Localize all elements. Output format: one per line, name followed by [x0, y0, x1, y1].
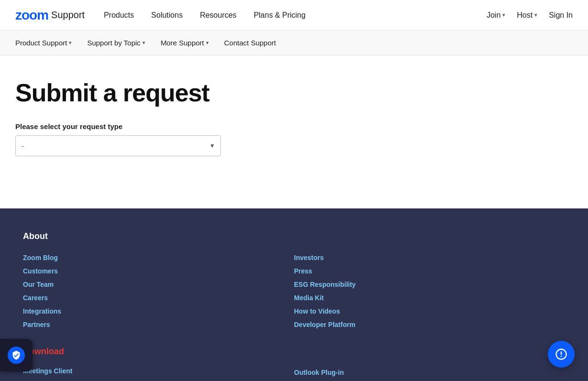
logo-support: Support — [51, 10, 85, 21]
nav-plans-pricing[interactable]: Plans & Pricing — [254, 11, 306, 20]
sub-nav: Product Support ▾ Support by Topic ▾ Mor… — [0, 31, 588, 55]
nav-products[interactable]: Products — [104, 11, 134, 20]
footer-link-careers[interactable]: Careers — [23, 294, 48, 302]
nav-join[interactable]: Join ▾ — [487, 11, 505, 20]
footer-link-developer-platform[interactable]: Developer Platform — [294, 321, 355, 328]
shield-svg — [11, 350, 21, 360]
footer-links-grid: Zoom Blog Customers Our Team Careers Int… — [23, 251, 565, 331]
footer: About Zoom Blog Customers Our Team Caree… — [0, 208, 588, 381]
footer-link-press[interactable]: Press — [294, 267, 312, 275]
top-nav-right: Join ▾ Host ▾ Sign In — [487, 11, 573, 20]
subnav-product-support[interactable]: Product Support ▾ — [15, 39, 72, 47]
nav-resources[interactable]: Resources — [200, 11, 236, 20]
footer-link-our-team[interactable]: Our Team — [23, 281, 54, 288]
subnav-more-support[interactable]: More Support ▾ — [161, 39, 209, 47]
request-type-wrapper: - — [15, 135, 221, 156]
support-by-topic-arrow-icon: ▾ — [142, 40, 145, 46]
footer-link-partners[interactable]: Partners — [23, 321, 50, 328]
nav-host[interactable]: Host ▾ — [517, 11, 537, 20]
footer-link-zoom-blog[interactable]: Zoom Blog — [23, 254, 58, 261]
host-arrow-icon: ▾ — [534, 12, 537, 18]
footer-link-media-kit[interactable]: Media Kit — [294, 294, 324, 302]
nav-solutions[interactable]: Solutions — [151, 11, 183, 20]
nav-sign-in[interactable]: Sign In — [549, 11, 573, 20]
join-arrow-icon: ▾ — [502, 12, 505, 18]
footer-download-title: Download — [23, 347, 294, 357]
more-support-arrow-icon: ▾ — [206, 40, 209, 46]
footer-link-outlook-plugin[interactable]: Outlook Plug-in — [294, 369, 344, 376]
request-type-label: Please select your request type — [15, 122, 573, 131]
top-nav: zoom Support Products Solutions Resource… — [0, 0, 588, 31]
footer-link-esg[interactable]: ESG Responsibility — [294, 281, 356, 288]
main-content: Submit a request Please select your requ… — [0, 55, 588, 208]
footer-right-links: Investors Press ESG Responsibility Media… — [294, 251, 565, 331]
request-type-select[interactable]: - — [15, 135, 221, 156]
footer-left-links: Zoom Blog Customers Our Team Careers Int… — [23, 251, 294, 331]
footer-link-integrations[interactable]: Integrations — [23, 307, 61, 315]
logo-zoom: zoom — [15, 8, 48, 23]
download-rest: ownload — [29, 347, 64, 356]
top-nav-links: Products Solutions Resources Plans & Pri… — [104, 11, 487, 20]
shield-icon — [8, 347, 25, 364]
footer-link-how-to-videos[interactable]: How to Videos — [294, 307, 340, 315]
shield-widget[interactable] — [0, 339, 33, 371]
chat-button[interactable] — [548, 341, 575, 368]
chat-icon — [555, 348, 568, 361]
subnav-contact-support[interactable]: Contact Support — [224, 39, 276, 47]
footer-link-customers[interactable]: Customers — [23, 267, 58, 275]
footer-link-investors[interactable]: Investors — [294, 254, 324, 261]
product-support-arrow-icon: ▾ — [69, 40, 72, 46]
page-title: Submit a request — [15, 78, 573, 107]
subnav-support-by-topic[interactable]: Support by Topic ▾ — [87, 39, 145, 47]
footer-about-title: About — [23, 231, 565, 241]
logo-link[interactable]: zoom Support — [15, 8, 85, 23]
